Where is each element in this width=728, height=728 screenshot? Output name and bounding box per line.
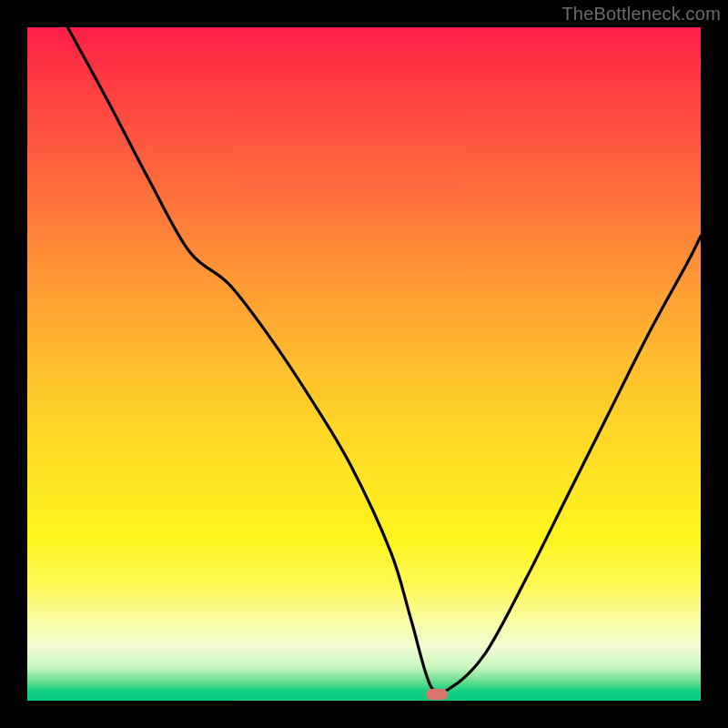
bottleneck-curve-path: [67, 27, 701, 693]
chart-frame: TheBottleneck.com: [0, 0, 728, 728]
watermark-text: TheBottleneck.com: [561, 4, 721, 25]
optimal-point-marker: [426, 689, 448, 700]
plot-area: [27, 27, 701, 701]
bottleneck-curve: [27, 27, 701, 701]
